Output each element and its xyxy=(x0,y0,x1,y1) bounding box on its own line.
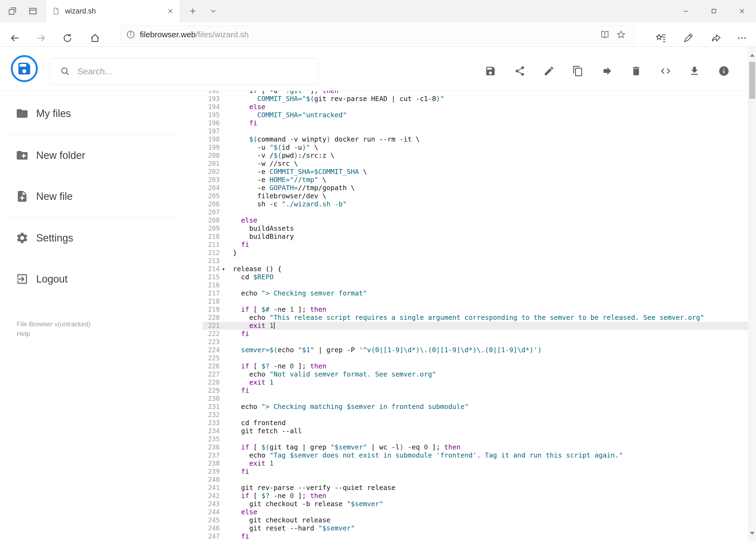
address-bar[interactable]: filebrowser.web/files/wizard.sh xyxy=(121,26,634,44)
web-note-button[interactable] xyxy=(680,29,697,47)
url-text[interactable]: filebrowser.web/files/wizard.sh xyxy=(140,30,597,39)
code-line[interactable]: 206 sh -c "./wizard.sh -b" xyxy=(202,200,748,208)
code-line[interactable]: 221 exit 1 xyxy=(202,322,748,330)
code-line[interactable]: 244 else xyxy=(202,508,748,516)
code-line[interactable]: 214▾release () { xyxy=(202,265,748,273)
code-line[interactable]: 192 if [ -d ".git" ]; then xyxy=(202,91,748,95)
scroll-up-button[interactable] xyxy=(748,49,756,61)
download-button[interactable] xyxy=(684,61,705,81)
code-line[interactable]: 229 fi xyxy=(202,386,748,395)
code-line[interactable]: 220 echo "This release script requires a… xyxy=(202,313,748,322)
share-button[interactable] xyxy=(707,29,725,47)
code-line[interactable]: 239 fi xyxy=(202,467,748,476)
save-button[interactable] xyxy=(480,61,501,81)
code-line[interactable]: 225 xyxy=(202,354,748,362)
code-line[interactable]: 233 cd frontend xyxy=(202,419,748,427)
sidebar-item-logout[interactable]: Logout xyxy=(0,266,202,292)
sidebar-item-new-folder[interactable]: New folder xyxy=(0,142,202,168)
code-line[interactable]: 209 buildAssets xyxy=(202,225,748,233)
code-line[interactable]: 234 git fetch --all xyxy=(202,427,748,435)
help-link[interactable]: Help xyxy=(17,330,30,337)
code-line[interactable]: 198 $(command -v winpty) docker run --rm… xyxy=(202,135,748,144)
code-line[interactable]: 230 xyxy=(202,395,748,403)
code-line[interactable]: 207 xyxy=(202,208,748,216)
code-line[interactable]: 193 COMMIT_SHA="$(git rev-parse HEAD | c… xyxy=(202,95,748,103)
code-line[interactable]: 195 COMMIT_SHA="untracked" xyxy=(202,111,748,119)
code-line[interactable]: 204 -e GOPATH=//tmp/gopath \ xyxy=(202,184,748,192)
code-line[interactable]: 246 git reset --hard "$semver" xyxy=(202,524,748,532)
tab-preview-button[interactable] xyxy=(2,0,23,22)
code-line[interactable]: 210 buildBinary xyxy=(202,233,748,241)
code-line[interactable]: 226 if [ $? -ne 0 ]; then xyxy=(202,362,748,370)
code-line[interactable]: 211 fi xyxy=(202,241,748,249)
code-line[interactable]: 227 echo "Not valid semver format. See s… xyxy=(202,370,748,378)
code-line[interactable]: 218 xyxy=(202,297,748,305)
code-line[interactable]: 242 if [ $? -ne 0 ]; then xyxy=(202,492,748,500)
code-line[interactable]: 215 cd $REPO xyxy=(202,273,748,281)
code-line[interactable]: 247 fi xyxy=(202,532,748,540)
code-line[interactable]: 241 git rev-parse --verify --quiet relea… xyxy=(202,484,748,492)
add-favorite-button[interactable] xyxy=(613,26,629,43)
sidebar-item-my-files[interactable]: My files xyxy=(0,101,202,126)
code-line[interactable]: 237 echo "Tag $semver does not exist in … xyxy=(202,451,748,459)
tab-close-button[interactable] xyxy=(167,8,174,15)
browser-tab[interactable]: wizard.sh xyxy=(46,0,180,22)
code-line[interactable]: 208 else xyxy=(202,216,748,225)
move-button[interactable] xyxy=(597,61,618,81)
close-button[interactable] xyxy=(728,0,756,22)
copy-button[interactable] xyxy=(568,61,588,81)
share-file-button[interactable] xyxy=(510,61,530,81)
code-line[interactable]: 213 xyxy=(202,257,748,265)
info-button[interactable] xyxy=(714,61,734,81)
code-line[interactable]: 243 git checkout -b release "$semver" xyxy=(202,500,748,508)
fold-marker-icon[interactable]: ▾ xyxy=(222,265,225,273)
filebrowser-logo[interactable] xyxy=(11,55,38,82)
hub-favorites-button[interactable] xyxy=(652,29,670,47)
code-line[interactable]: 219 if [ $# -ne 1 ]; then xyxy=(202,305,748,313)
page-info-icon[interactable] xyxy=(126,30,135,39)
code-line[interactable]: 216 xyxy=(202,281,748,289)
code-view-button[interactable] xyxy=(655,61,676,81)
code-line[interactable]: 201 -w //src \ xyxy=(202,160,748,168)
code-line[interactable]: 240 xyxy=(202,476,748,484)
forward-button[interactable] xyxy=(32,29,50,47)
rename-button[interactable] xyxy=(539,61,559,81)
back-button[interactable] xyxy=(6,29,24,47)
code-line[interactable]: 196 fi xyxy=(202,119,748,127)
code-line[interactable]: 205 filebrowser/dev \ xyxy=(202,192,748,200)
sidebar-item-new-file[interactable]: New file xyxy=(0,184,202,209)
scroll-down-button[interactable] xyxy=(748,527,756,539)
sidebar-item-settings[interactable]: Settings xyxy=(0,225,202,251)
code-line[interactable]: 228 exit 1 xyxy=(202,378,748,386)
code-line[interactable]: 222 fi xyxy=(202,330,748,338)
code-line[interactable]: 217 echo "> Checking semver format" xyxy=(202,289,748,297)
code-line[interactable]: 223 xyxy=(202,338,748,346)
code-line[interactable]: 212} xyxy=(202,249,748,257)
maximize-button[interactable] xyxy=(700,0,728,22)
set-tabs-aside-button[interactable] xyxy=(23,0,43,22)
home-button[interactable] xyxy=(86,29,104,47)
search-box[interactable] xyxy=(50,58,319,85)
search-input[interactable] xyxy=(78,66,318,76)
code-line[interactable]: 235 xyxy=(202,435,748,443)
code-line[interactable]: 231 echo "> Checking matching $semver in… xyxy=(202,403,748,411)
delete-button[interactable] xyxy=(626,61,646,81)
code-line[interactable]: 224 semver=$(echo "$1" | grep -P '^v(0|[… xyxy=(202,346,748,354)
code-editor[interactable]: 192 if [ -d ".git" ]; then193 COMMIT_SHA… xyxy=(202,91,748,541)
tab-list-button[interactable] xyxy=(203,0,223,22)
code-line[interactable]: 202 -e COMMIT_SHA=$COMMIT_SHA \ xyxy=(202,168,748,176)
code-line[interactable]: 197 xyxy=(202,127,748,135)
page-scrollbar[interactable] xyxy=(748,47,756,541)
more-button[interactable] xyxy=(733,29,751,47)
code-line[interactable]: 236 if [ $(git tag | grep "$semver" | wc… xyxy=(202,443,748,451)
code-line[interactable]: 199 -u "$(id -u)" \ xyxy=(202,144,748,152)
scrollbar-thumb[interactable] xyxy=(749,62,755,99)
code-line[interactable]: 194 else xyxy=(202,103,748,111)
refresh-button[interactable] xyxy=(59,29,76,47)
code-line[interactable]: 203 -e HOME="//tmp" \ xyxy=(202,176,748,184)
code-line[interactable]: 200 -v /$(pwd):/src:z \ xyxy=(202,152,748,160)
code-line[interactable]: 238 exit 1 xyxy=(202,459,748,467)
reading-view-button[interactable] xyxy=(597,26,613,43)
minimize-button[interactable] xyxy=(672,0,700,22)
code-line[interactable]: 232 xyxy=(202,411,748,419)
